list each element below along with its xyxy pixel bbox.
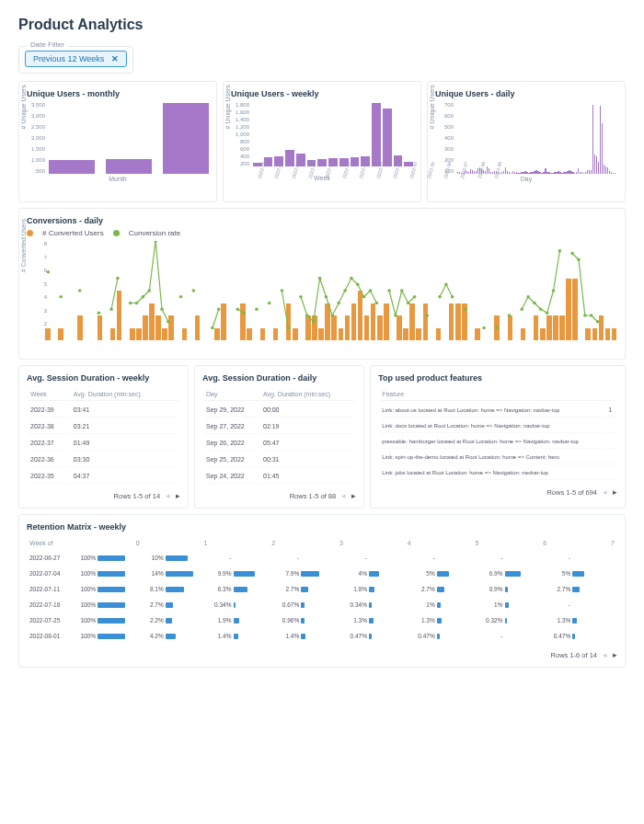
pager: Rows 1-6 of 14 ◂ ▸ — [27, 645, 617, 659]
svg-point-45 — [464, 307, 467, 311]
pager-prev-icon[interactable]: ◂ — [166, 491, 170, 500]
table-row[interactable]: Sep 24, 202201:45 — [204, 469, 354, 484]
close-icon[interactable]: ✕ — [111, 54, 119, 63]
date-filter-group: Date Filter Previous 12 Weeks ✕ — [18, 46, 133, 74]
card-session-daily: Avg. Session Duration - daily DayAvg. Du… — [194, 365, 364, 509]
dashboard-page: Product Analytics Date Filter Previous 1… — [0, 0, 644, 690]
table-row[interactable]: Link: spin-up-the-demo located at Root L… — [380, 451, 615, 464]
svg-point-33 — [362, 295, 366, 299]
svg-point-12 — [167, 320, 170, 324]
svg-point-25 — [312, 320, 316, 324]
svg-point-58 — [583, 314, 587, 317]
svg-point-5 — [116, 277, 120, 280]
svg-point-37 — [394, 314, 397, 317]
pager-text: Rows 1-5 of 694 — [546, 488, 597, 497]
svg-point-28 — [330, 314, 334, 317]
card-title: Unique Users - monthly — [27, 89, 209, 98]
card-unique-monthly: Unique Users - monthly # Unique Users3,5… — [18, 81, 217, 202]
svg-point-34 — [369, 289, 373, 292]
pager-next-icon[interactable]: ▸ — [613, 487, 617, 497]
pager: Rows 1-5 of 88 ◂ ▸ — [202, 486, 356, 500]
svg-point-32 — [356, 282, 360, 286]
table-row[interactable]: 2022-3701:49 — [29, 436, 178, 451]
card-features: Top used product features FeatureLink: a… — [370, 365, 626, 509]
svg-point-30 — [343, 289, 347, 292]
pager-prev-icon[interactable]: ◂ — [341, 491, 346, 500]
card-unique-weekly: Unique Users - weekly # Unique Users1,80… — [223, 81, 421, 202]
svg-point-4 — [109, 307, 113, 311]
pager: Rows 1-5 of 14 ◂ ▸ — [27, 486, 180, 500]
pager-text: Rows 1-5 of 88 — [290, 492, 336, 500]
table-row[interactable]: 2022-3803:21 — [29, 419, 178, 434]
page-title: Product Analytics — [18, 17, 626, 33]
svg-point-19 — [255, 307, 259, 311]
svg-point-26 — [318, 277, 322, 280]
table-row[interactable]: Sep 25, 202200:31 — [204, 452, 354, 467]
table-row[interactable]: pressable: hamburger located at Root Loc… — [380, 435, 615, 449]
date-filter-chip[interactable]: Previous 12 Weeks ✕ — [25, 51, 127, 67]
card-unique-daily: Unique Users - daily # Unique Users70060… — [427, 81, 626, 202]
pager-prev-icon[interactable]: ◂ — [603, 487, 607, 497]
pager: Rows 1-5 of 694 ◂ ▸ — [378, 482, 617, 497]
pager-next-icon[interactable]: ▸ — [176, 491, 180, 500]
svg-point-53 — [546, 312, 549, 315]
legend-label-b: Conversion rate — [129, 229, 180, 237]
svg-point-43 — [444, 282, 448, 286]
svg-point-21 — [281, 289, 284, 292]
svg-point-38 — [400, 289, 404, 292]
svg-point-41 — [425, 314, 429, 317]
legend: # Converted Users Conversion rate — [27, 229, 617, 237]
table-row: 2022-07-18100%2.7%0.34%0.67%0.34%1%1%- — [29, 598, 615, 612]
svg-point-39 — [407, 302, 410, 305]
svg-point-1 — [59, 295, 63, 299]
chart-daily: # Unique Users700600500400300200100Day — [435, 102, 617, 194]
date-filter-label: Date Filter — [27, 40, 68, 49]
svg-point-7 — [135, 302, 139, 305]
table-row: 2022-08-01100%4.2%1.4%1.4%0.47%0.47%-0.4… — [29, 629, 615, 643]
svg-point-10 — [154, 241, 157, 243]
table-row[interactable]: Sep 29, 202200:00 — [204, 403, 354, 418]
svg-point-27 — [325, 295, 328, 299]
table-row[interactable]: Link: docs located at Root Location: hom… — [380, 419, 615, 433]
svg-point-22 — [286, 326, 290, 330]
table-row[interactable]: 2022-3903:41 — [29, 403, 178, 418]
table-row: 2022-07-25100%2.2%1.9%0.96%1.3%1.3%0.32%… — [29, 613, 615, 627]
table-row[interactable]: Sep 26, 202205:47 — [204, 436, 354, 451]
svg-point-60 — [596, 320, 600, 324]
pager-text: Rows 1-6 of 14 — [551, 651, 597, 659]
svg-point-55 — [558, 249, 562, 253]
svg-point-35 — [375, 302, 379, 305]
svg-point-0 — [47, 270, 51, 274]
svg-point-51 — [533, 302, 536, 305]
pager-prev-icon[interactable]: ◂ — [603, 650, 607, 659]
svg-point-48 — [508, 314, 512, 317]
svg-point-20 — [268, 302, 271, 305]
svg-point-17 — [236, 307, 240, 311]
chart-monthly: # Unique Users3,5003,0002,5002,0001,5001… — [27, 102, 209, 194]
svg-point-59 — [590, 314, 593, 317]
svg-point-50 — [526, 295, 530, 299]
svg-point-18 — [242, 312, 246, 315]
table-row[interactable]: Sep 27, 202202:19 — [204, 419, 354, 434]
svg-point-13 — [179, 295, 183, 299]
card-title: Top used product features — [378, 373, 617, 383]
table-session-weekly: WeekAvg. Duration (min:sec)2022-3903:412… — [27, 386, 180, 486]
svg-point-9 — [147, 289, 151, 292]
card-title: Avg. Session Duration - daily — [202, 373, 356, 383]
table-row[interactable]: Link: about-us located at Root Location:… — [380, 403, 615, 418]
svg-point-29 — [337, 302, 340, 305]
svg-point-52 — [539, 307, 543, 311]
table-row[interactable]: Link: jobs located at Root Location: hom… — [380, 466, 615, 480]
svg-point-57 — [577, 258, 581, 261]
table-row[interactable]: 2022-3504:37 — [29, 469, 178, 484]
card-retention: Retention Matrix - weekly Week of0123456… — [18, 514, 626, 668]
pager-text: Rows 1-5 of 14 — [114, 492, 160, 500]
pager-next-icon[interactable]: ▸ — [351, 491, 356, 500]
svg-point-16 — [217, 307, 221, 311]
table-row: 2022-07-11100%8.1%6.3%2.7%1.8%2.7%0.9%2.… — [29, 582, 615, 596]
table-retention: Week of012345672022-06-27100%10%------20… — [27, 535, 617, 645]
pager-next-icon[interactable]: ▸ — [613, 650, 617, 659]
svg-point-44 — [451, 295, 454, 299]
table-row[interactable]: 2022-3603:30 — [29, 452, 178, 467]
svg-point-11 — [160, 307, 164, 311]
